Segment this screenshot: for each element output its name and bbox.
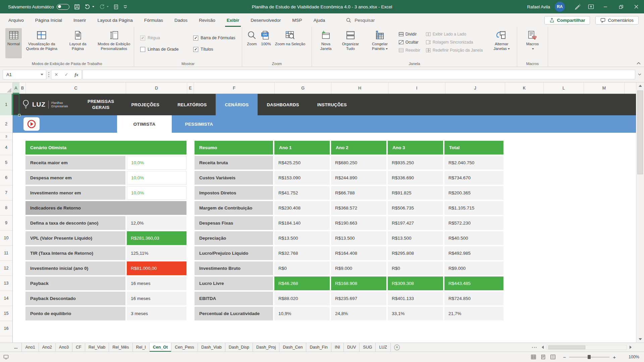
summary-label-receita-bruta[interactable]: Receita bruta (195, 156, 273, 170)
summary-label-investimento-bruto[interactable]: Investimento Bruto (195, 261, 273, 275)
sheet-tab-cen-ot[interactable]: Cen_Ot (150, 343, 171, 352)
name-box[interactable]: A1 (3, 70, 46, 79)
zoom-100-button[interactable]: 100 100% (259, 28, 273, 58)
ribbon-tab-dados[interactable]: Dados (169, 13, 193, 27)
custom-views-button[interactable]: Modos de Exibição Personalizados (94, 28, 134, 58)
summary-header-total[interactable]: Total (444, 141, 503, 155)
summary-value-ebitda-0[interactable]: R$88.020 (274, 292, 330, 305)
restore-button[interactable] (613, 0, 629, 13)
formula-bar-handle[interactable] (46, 72, 51, 77)
scroll-down-arrow[interactable] (636, 336, 644, 343)
column-header-e[interactable]: E (187, 82, 194, 94)
column-header-d[interactable]: D (126, 82, 187, 94)
summary-value-lucro-livre-1[interactable]: R$168.908 (331, 277, 386, 290)
ribbon-tab-desenvolvedor[interactable]: Desenvolvedor (245, 13, 286, 27)
sheet-tab-duv[interactable]: DUV (344, 343, 360, 352)
tab-splitter-handle[interactable] (532, 347, 537, 348)
column-header-k[interactable]: K (505, 82, 544, 94)
sheet-tab-ano3[interactable]: Ano3 (56, 343, 72, 352)
summary-value-lucro-livre-2[interactable]: R$309.308 (388, 277, 443, 290)
summary-value-lucro-livre-3[interactable]: R$443.485 (444, 277, 503, 290)
summary-value-percentual-de-lucratividade-1[interactable]: 24,8% (331, 307, 386, 320)
row-header-4[interactable]: 4 (0, 140, 12, 155)
sheet-tab-ini[interactable]: INI (331, 343, 344, 352)
ribbon-tab-ajuda[interactable]: Ajuda (308, 13, 331, 27)
summary-value-custos-variaveis-1[interactable]: R$244.890 (331, 171, 386, 185)
workbook-nav-premissas-gerais[interactable]: PREMISSAS GERAIS (79, 94, 122, 115)
summary-value-percentual-de-lucratividade-0[interactable]: 10,9% (274, 307, 330, 320)
summary-value-receita-bruta-2[interactable]: R$935.250 (388, 156, 443, 170)
sheet-tab-dash-fin[interactable]: Dash_Fin (306, 343, 331, 352)
summary-value-impostos-diretos-0[interactable]: R$41.752 (274, 186, 330, 200)
ribbon-tab-layout-da-pagina[interactable]: Layout da Página (92, 13, 139, 27)
scenario-value-defina-a-taxa-de-desconto-ano[interactable]: 12,0% (127, 216, 186, 230)
vertical-scroll-thumb[interactable] (637, 90, 643, 174)
summary-value-despesas-fixas-2[interactable]: R$197.427 (388, 216, 443, 230)
scenario-value-vpl-valor-presente-liquido[interactable]: R$281.360,03 (127, 231, 186, 245)
fill-handle[interactable] (18, 114, 20, 116)
summary-value-custos-variaveis-2[interactable]: R$336.690 (388, 171, 443, 185)
play-button[interactable] (23, 117, 40, 131)
summary-value-investimento-bruto-3[interactable]: R$9.000 (444, 261, 503, 275)
scenario-label-payback[interactable]: Payback (25, 277, 125, 290)
summary-value-receita-bruta-0[interactable]: R$425.250 (274, 156, 330, 170)
sheet-tab-ano1[interactable]: Ano1 (22, 343, 39, 352)
minimize-button[interactable] (598, 0, 613, 13)
scenario-label-ponto-de-equilibrio[interactable]: Ponto de equilíbrio (25, 307, 125, 320)
zoom-in-button[interactable]: + (613, 354, 616, 360)
sheet-tab-dash-viab[interactable]: Dash_Viab (198, 343, 225, 352)
ribbon-tab-exibir[interactable]: Exibir (221, 13, 245, 27)
autosave-toggle[interactable]: Salvamento Automático (8, 4, 69, 10)
column-header-l[interactable]: L (544, 82, 584, 94)
print-preview-icon[interactable] (113, 4, 119, 10)
zoom-slider[interactable] (569, 355, 609, 359)
scenario-value-tir-taxa-interna-de-retorno[interactable]: 125,11% (127, 246, 186, 260)
scroll-up-arrow[interactable] (636, 82, 644, 89)
zoom-slider-thumb[interactable] (588, 355, 591, 359)
row-header-15[interactable]: 15 (0, 306, 12, 321)
page-layout-button[interactable]: Layout da Página (61, 28, 94, 58)
sheet-tab-dash-proj[interactable]: Dash_Proj (253, 343, 279, 352)
summary-label-lucro-prejuizo-liquido[interactable]: Lucro/Prejuízo Líquido (195, 246, 273, 260)
summary-value-depreciacao-1[interactable]: R$13.500 (331, 231, 386, 245)
scroll-left-arrow[interactable] (540, 345, 545, 350)
row-header-10[interactable]: 10 (0, 231, 12, 246)
zoom-to-selection-button[interactable]: Zoom na Seleção (273, 28, 307, 58)
enter-entry-icon[interactable]: ✓ (61, 72, 71, 77)
zoom-level[interactable]: 100% (625, 355, 639, 359)
summary-value-depreciacao-2[interactable]: R$13.500 (388, 231, 443, 245)
ribbon-tab-pagina-inicial[interactable]: Página Inicial (30, 13, 68, 27)
summary-value-despesas-fixas-1[interactable]: R$190.663 (331, 216, 386, 230)
undo-icon[interactable] (85, 4, 94, 9)
summary-value-margem-de-contribuicao-2[interactable]: R$506.735 (388, 201, 443, 215)
summary-value-lucro-prejuizo-liquido-2[interactable]: R$295.808 (388, 246, 443, 260)
scenario-value-investimento-menor-em[interactable]: 10,0% (127, 186, 186, 200)
new-window-button[interactable]: Nova Janela (315, 28, 337, 58)
sheet-tab-sug[interactable]: SUG (360, 343, 376, 352)
accessibility-status-icon[interactable] (3, 355, 9, 359)
page-layout-shortcut-icon[interactable] (541, 355, 546, 359)
scenario-value-ponto-de-equilibrio[interactable]: 3 meses (127, 307, 186, 320)
summary-value-percentual-de-lucratividade-3[interactable]: 21,7% (444, 307, 503, 320)
row-header-2[interactable]: 2 (0, 115, 12, 133)
summary-value-custos-variaveis-0[interactable]: R$153.090 (274, 171, 330, 185)
headings-checkbox[interactable]: ✓ Títulos (193, 47, 244, 52)
summary-value-impostos-diretos-3[interactable]: R$200.365 (444, 186, 503, 200)
summary-label-lucro-livre[interactable]: Lucro Livre (195, 277, 273, 290)
row-header-7[interactable]: 7 (0, 185, 12, 200)
comments-button[interactable]: Comentários (595, 16, 639, 24)
normal-view-shortcut-icon[interactable] (531, 355, 536, 359)
scenario-label-tir-taxa-interna-de-retorno[interactable]: TIR (Taxa Interna de Retorno) (25, 246, 125, 260)
workbook-nav-cenarios[interactable]: CENÁRIOS (216, 94, 258, 115)
sheet-canvas[interactable]: LUZ PlanilhasEmpresariais PREMISSAS GERA… (13, 94, 636, 343)
new-sheet-button[interactable]: + (391, 343, 403, 352)
gridlines-checkbox[interactable]: Linhas de Grade (140, 47, 193, 52)
summary-value-impostos-diretos-2[interactable]: R$91.825 (388, 186, 443, 200)
sheet-tab-rel-viab[interactable]: Rel_Viab (85, 343, 109, 352)
summary-value-receita-bruta-3[interactable]: R$2.040.750 (444, 156, 503, 170)
zoom-button[interactable]: Zoom (245, 28, 259, 58)
ribbon-tab-revisao[interactable]: Revisão (193, 13, 221, 27)
horizontal-scrollbar[interactable] (532, 343, 644, 352)
cancel-entry-icon[interactable]: ✕ (51, 72, 61, 77)
page-break-preview-button[interactable]: Visualização da Quebra de Página (22, 28, 61, 58)
